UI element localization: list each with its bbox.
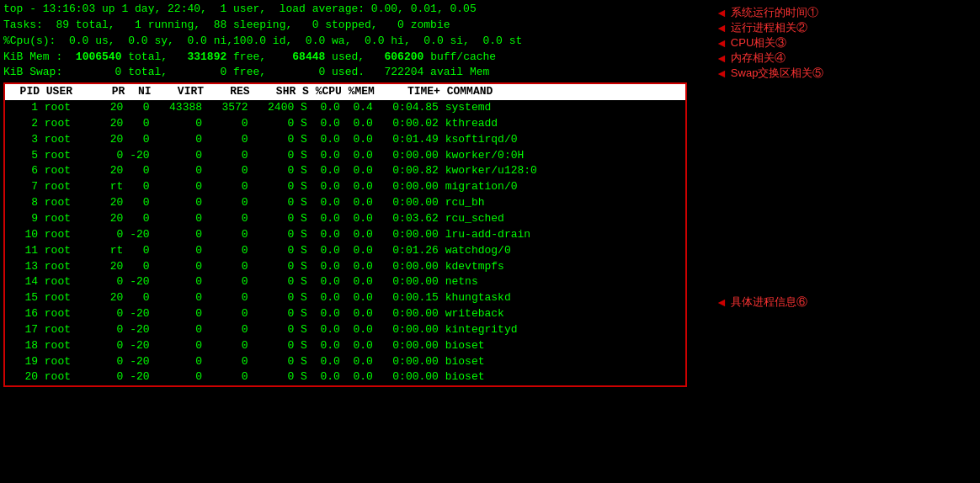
table-row: 18 root 0 -20 0 0 0 S 0.0 0.0 0:00.00 bi…	[5, 338, 685, 354]
table-row: 3 root 20 0 0 0 0 S 0.0 0.0 0:01.49 ksof…	[5, 132, 685, 148]
annotation-3: ◄CPU相关③	[716, 35, 786, 50]
table-row: 8 root 20 0 0 0 0 S 0.0 0.0 0:00.00 rcu_…	[5, 195, 685, 211]
process-table: PID USER PR NI VIRT RES SHR S %CPU %MEM …	[3, 82, 687, 387]
annotations-panel: ◄系统运行的时间①◄运行进程相关②◄CPU相关③◄内存相关④◄Swap交换区相关…	[690, 0, 980, 483]
table-row: 2 root 20 0 0 0 0 S 0.0 0.0 0:00.02 kthr…	[5, 116, 685, 132]
top-line: top - 13:16:03 up 1 day, 22:40, 1 user, …	[3, 2, 687, 18]
table-row: 5 root 0 -20 0 0 0 S 0.0 0.0 0:00.00 kwo…	[5, 148, 685, 164]
table-row: 6 root 20 0 0 0 0 S 0.0 0.0 0:00.82 kwor…	[5, 163, 685, 179]
table-row: 17 root 0 -20 0 0 0 S 0.0 0.0 0:00.00 ki…	[5, 322, 685, 338]
table-row: 16 root 0 -20 0 0 0 S 0.0 0.0 0:00.00 wr…	[5, 306, 685, 322]
annotation-6: ◄具体进程信息⑥	[716, 295, 807, 310]
table-header: PID USER PR NI VIRT RES SHR S %CPU %MEM …	[5, 84, 685, 100]
terminal-panel: top - 13:16:03 up 1 day, 22:40, 1 user, …	[0, 0, 690, 483]
table-row: 9 root 20 0 0 0 0 S 0.0 0.0 0:03.62 rcu_…	[5, 211, 685, 227]
annotation-1: ◄系统运行的时间①	[716, 5, 818, 20]
table-row: 1 root 20 0 43388 3572 2400 S 0.0 0.4 0:…	[5, 100, 685, 116]
annotation-5: ◄Swap交换区相关⑤	[716, 66, 823, 81]
annotation-2: ◄运行进程相关②	[716, 20, 807, 35]
cpu-line: %Cpu(s): 0.0 us, 0.0 sy, 0.0 ni,100.0 id…	[3, 34, 687, 50]
table-row: 7 root rt 0 0 0 0 S 0.0 0.0 0:00.00 migr…	[5, 179, 685, 195]
tasks-line: Tasks: 89 total, 1 running, 88 sleeping,…	[3, 18, 687, 34]
process-rows: 1 root 20 0 43388 3572 2400 S 0.0 0.4 0:…	[5, 100, 685, 385]
table-row: 13 root 20 0 0 0 0 S 0.0 0.0 0:00.00 kde…	[5, 259, 685, 275]
table-row: 20 root 0 -20 0 0 0 S 0.0 0.0 0:00.00 bi…	[5, 369, 685, 385]
table-row: 14 root 0 -20 0 0 0 S 0.0 0.0 0:00.00 ne…	[5, 274, 685, 290]
table-row: 15 root 20 0 0 0 0 S 0.0 0.0 0:00.15 khu…	[5, 290, 685, 306]
mem-line: KiB Mem : 1006540 total, 331892 free, 68…	[3, 50, 687, 66]
table-row: 11 root rt 0 0 0 0 S 0.0 0.0 0:01.26 wat…	[5, 243, 685, 259]
table-row: 10 root 0 -20 0 0 0 S 0.0 0.0 0:00.00 lr…	[5, 227, 685, 243]
table-row: 19 root 0 -20 0 0 0 S 0.0 0.0 0:00.00 bi…	[5, 354, 685, 370]
annotation-4: ◄内存相关④	[716, 50, 786, 66]
swap-line: KiB Swap: 0 total, 0 free, 0 used. 72220…	[3, 65, 687, 81]
